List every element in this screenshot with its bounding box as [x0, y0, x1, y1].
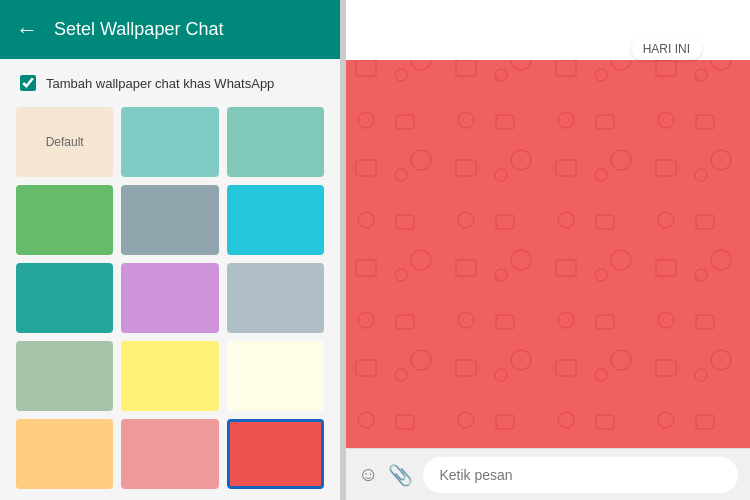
wallpaper-swatch-default[interactable]: Default — [16, 107, 113, 177]
whatsapp-wallpaper-checkbox-row: Tambah wallpaper chat khas WhatsApp — [0, 59, 340, 107]
wallpaper-swatch-gray[interactable] — [227, 263, 324, 333]
wallpaper-swatch-teal-medium[interactable] — [227, 185, 324, 255]
wallpaper-swatch-lavender[interactable] — [121, 263, 218, 333]
emoji-button[interactable]: ☺ — [358, 463, 378, 486]
hari-ini-label: HARI INI — [643, 42, 690, 56]
wallpaper-swatch-teal-dark[interactable] — [16, 263, 113, 333]
right-panel: HARI INI ☺ 📎 — [346, 0, 750, 500]
whatsapp-wallpaper-checkbox[interactable] — [20, 75, 36, 91]
wallpaper-swatch-green-teal[interactable] — [227, 107, 324, 177]
chat-wallpaper-background — [346, 0, 750, 448]
wallpaper-swatch-green-medium[interactable] — [16, 185, 113, 255]
wallpaper-swatch-sage[interactable] — [16, 341, 113, 411]
wallpaper-swatch-teal-light[interactable] — [121, 107, 218, 177]
header-title: Setel Wallpaper Chat — [54, 19, 223, 40]
left-panel: ← Setel Wallpaper Chat Tambah wallpaper … — [0, 0, 340, 500]
attach-button[interactable]: 📎 — [388, 463, 413, 487]
wallpaper-swatch-yellow-light[interactable] — [121, 341, 218, 411]
checkbox-label: Tambah wallpaper chat khas WhatsApp — [46, 76, 274, 91]
header-bar: ← Setel Wallpaper Chat — [0, 0, 340, 59]
wallpaper-grid: Default — [0, 107, 340, 500]
chat-input-bar: ☺ 📎 — [346, 448, 750, 500]
wallpaper-swatch-red-selected[interactable] — [227, 419, 324, 489]
message-input[interactable] — [423, 457, 738, 493]
wallpaper-swatch-yellow-pale[interactable] — [227, 341, 324, 411]
wallpaper-swatch-blue-light[interactable] — [121, 185, 218, 255]
wallpaper-swatch-orange-light[interactable] — [16, 419, 113, 489]
wallpaper-swatch-salmon[interactable] — [121, 419, 218, 489]
chat-preview-area: HARI INI — [346, 0, 750, 448]
hari-ini-badge: HARI INI — [631, 38, 702, 60]
back-button[interactable]: ← — [16, 17, 38, 43]
